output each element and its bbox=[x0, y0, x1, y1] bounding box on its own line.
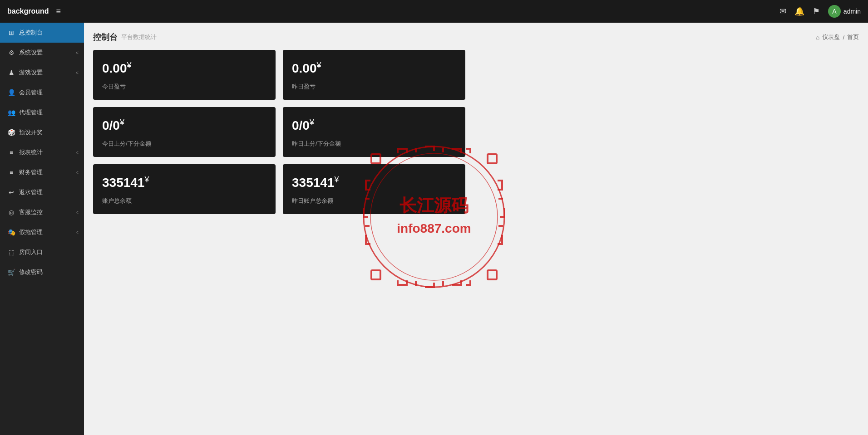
main-container: ⊞ 总控制台 ⚙ 系统设置 < ♟ 游戏设置 < 👤 会员管理 👥 代理管理 🎲… bbox=[0, 23, 868, 435]
sidebar-label-game: 游戏设置 bbox=[19, 68, 43, 77]
sidebar-icon-finance: ≡ bbox=[7, 169, 15, 176]
sidebar-label-member: 会员管理 bbox=[19, 88, 43, 97]
stat-card-today-profit: 0.00¥ 今日盈亏 bbox=[93, 50, 276, 100]
arrow-icon-report: < bbox=[76, 150, 79, 155]
sidebar-label-fake: 假拖管理 bbox=[19, 228, 43, 236]
sidebar-item-fake[interactable]: 🎭 假拖管理 < bbox=[0, 222, 84, 242]
stat-value-yesterday-balance: 335141¥ bbox=[292, 175, 456, 190]
sidebar-label-finance: 财务管理 bbox=[19, 168, 43, 176]
stat-label-today-profit: 今日盈亏 bbox=[102, 83, 266, 91]
arrow-icon-system: < bbox=[76, 50, 79, 55]
sidebar-icon-agent: 👥 bbox=[7, 109, 15, 116]
page-subtitle: 平台数据统计 bbox=[121, 33, 157, 41]
sidebar-item-room[interactable]: ⬚ 房间入口 bbox=[0, 242, 84, 262]
sidebar-icon-room: ⬚ bbox=[7, 249, 15, 256]
sidebar-label-agent: 代理管理 bbox=[19, 108, 43, 117]
sidebar-icon-password: 🛒 bbox=[7, 269, 15, 276]
arrow-icon-game: < bbox=[76, 70, 79, 75]
sidebar-label-dashboard: 总控制台 bbox=[19, 29, 43, 37]
sidebar-icon-rebate: ↩ bbox=[7, 189, 15, 196]
sidebar-item-report[interactable]: ≡ 报表统计 < bbox=[0, 142, 84, 162]
stat-label-today-transfer: 今日上分/下分金额 bbox=[102, 140, 266, 148]
breadcrumb-separator: / bbox=[843, 34, 844, 41]
sidebar-item-service[interactable]: ◎ 客服监控 < bbox=[0, 202, 84, 222]
sidebar: ⊞ 总控制台 ⚙ 系统设置 < ♟ 游戏设置 < 👤 会员管理 👥 代理管理 🎲… bbox=[0, 23, 84, 435]
sidebar-icon-service: ◎ bbox=[7, 209, 15, 216]
page-title: 控制台 bbox=[93, 32, 118, 43]
sidebar-item-rebate[interactable]: ↩ 返水管理 bbox=[0, 182, 84, 202]
app-logo: background bbox=[7, 7, 49, 15]
sidebar-item-finance[interactable]: ≡ 财务管理 < bbox=[0, 162, 84, 182]
sidebar-item-member[interactable]: 👤 会员管理 bbox=[0, 83, 84, 103]
stat-value-today-profit: 0.00¥ bbox=[102, 61, 266, 76]
arrow-icon-fake: < bbox=[76, 230, 79, 235]
stat-value-yesterday-profit: 0.00¥ bbox=[292, 61, 456, 76]
sidebar-label-service: 客服监控 bbox=[19, 208, 43, 216]
sidebar-label-password: 修改密码 bbox=[19, 268, 43, 276]
stats-grid: 0.00¥ 今日盈亏 0.00¥ 昨日盈亏 0/0¥ 今日上分/下分金额 0/0… bbox=[93, 50, 465, 214]
sidebar-icon-lottery: 🎲 bbox=[7, 129, 15, 136]
menu-toggle-icon[interactable]: ≡ bbox=[56, 7, 61, 16]
sidebar-label-lottery: 预设开奖 bbox=[19, 128, 43, 137]
sidebar-label-rebate: 返水管理 bbox=[19, 188, 43, 196]
stat-label-yesterday-balance: 昨日账户总余额 bbox=[292, 197, 456, 205]
sidebar-icon-member: 👤 bbox=[7, 89, 15, 96]
avatar: A bbox=[828, 5, 841, 18]
sidebar-icon-dashboard: ⊞ bbox=[7, 29, 15, 36]
breadcrumb-bar: 控制台 平台数据统计 ⌂ 仪表盘 / 首页 bbox=[93, 32, 859, 43]
sidebar-label-report: 报表统计 bbox=[19, 148, 43, 156]
stat-card-total-balance: 335141¥ 账户总余额 bbox=[93, 164, 276, 214]
sidebar-icon-report: ≡ bbox=[7, 149, 15, 156]
sidebar-label-system: 系统设置 bbox=[19, 49, 43, 57]
breadcrumb-home-label[interactable]: 仪表盘 bbox=[822, 33, 840, 41]
arrow-icon-service: < bbox=[76, 210, 79, 215]
mail-icon[interactable]: ✉ bbox=[779, 6, 786, 16]
sidebar-item-system[interactable]: ⚙ 系统设置 < bbox=[0, 43, 84, 63]
sidebar-item-password[interactable]: 🛒 修改密码 bbox=[0, 262, 84, 282]
stat-value-today-transfer: 0/0¥ bbox=[102, 118, 266, 133]
bell-icon[interactable]: 🔔 bbox=[794, 6, 804, 16]
stat-label-yesterday-transfer: 昨日上分/下分金额 bbox=[292, 140, 456, 148]
sidebar-icon-game: ♟ bbox=[7, 69, 15, 76]
stat-label-yesterday-profit: 昨日盈亏 bbox=[292, 83, 456, 91]
header-right: ✉ 🔔 ⚑ A admin bbox=[779, 5, 861, 18]
user-menu[interactable]: A admin bbox=[828, 5, 861, 18]
breadcrumb-left: 控制台 平台数据统计 bbox=[93, 32, 157, 43]
stat-value-total-balance: 335141¥ bbox=[102, 175, 266, 190]
arrow-icon-finance: < bbox=[76, 170, 79, 175]
sidebar-icon-system: ⚙ bbox=[7, 49, 15, 56]
stat-label-total-balance: 账户总余额 bbox=[102, 197, 266, 205]
stat-value-yesterday-transfer: 0/0¥ bbox=[292, 118, 456, 133]
stat-card-yesterday-balance: 335141¥ 昨日账户总余额 bbox=[283, 164, 465, 214]
flag-icon[interactable]: ⚑ bbox=[813, 6, 820, 16]
stat-card-yesterday-transfer: 0/0¥ 昨日上分/下分金额 bbox=[283, 107, 465, 157]
sidebar-item-game[interactable]: ♟ 游戏设置 < bbox=[0, 63, 84, 83]
breadcrumb-current: 首页 bbox=[847, 33, 859, 41]
main-content: 控制台 平台数据统计 ⌂ 仪表盘 / 首页 0.00¥ 今日盈亏 0.00¥ 昨… bbox=[84, 23, 868, 435]
header-left: background ≡ bbox=[7, 7, 61, 16]
app-header: background ≡ ✉ 🔔 ⚑ A admin bbox=[0, 0, 868, 23]
breadcrumb-right: ⌂ 仪表盘 / 首页 bbox=[816, 33, 859, 41]
sidebar-item-agent[interactable]: 👥 代理管理 bbox=[0, 103, 84, 122]
stat-card-yesterday-profit: 0.00¥ 昨日盈亏 bbox=[283, 50, 465, 100]
stat-card-today-transfer: 0/0¥ 今日上分/下分金额 bbox=[93, 107, 276, 157]
sidebar-item-lottery[interactable]: 🎲 预设开奖 bbox=[0, 122, 84, 142]
home-icon: ⌂ bbox=[816, 34, 820, 41]
sidebar-label-room: 房间入口 bbox=[19, 248, 43, 256]
sidebar-icon-fake: 🎭 bbox=[7, 229, 15, 236]
sidebar-item-dashboard[interactable]: ⊞ 总控制台 bbox=[0, 23, 84, 43]
username-label: admin bbox=[843, 8, 861, 15]
